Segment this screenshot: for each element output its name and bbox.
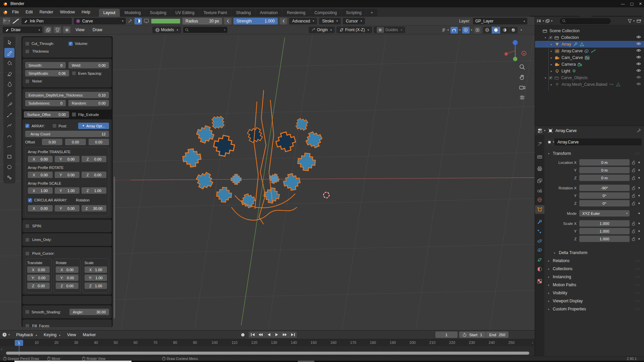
- properties-tab-render[interactable]: [535, 153, 544, 161]
- flip-extrude-checkbox[interactable]: [72, 112, 76, 117]
- cut-through-toggle[interactable]: Cut_Through:: [25, 42, 66, 46]
- menu-marker[interactable]: Marker: [80, 331, 99, 338]
- circular-array-checkbox[interactable]: ✓: [28, 198, 32, 202]
- lines-only-toggle[interactable]: Lines_Only:: [25, 237, 109, 243]
- properties-editor-type-dropdown[interactable]: ▾: [538, 128, 545, 133]
- prev-keyframe-button[interactable]: [257, 331, 265, 338]
- lock-open-icon[interactable]: [632, 186, 636, 190]
- section-instancing[interactable]: ▸Instancing::::: [544, 273, 642, 281]
- expand-icon[interactable]: ▸: [550, 63, 553, 66]
- workspace-tab-sculpting[interactable]: Sculpting: [146, 9, 171, 17]
- section-viewport-display[interactable]: ▸Viewport Display::::: [544, 297, 642, 305]
- shading-solid-icon[interactable]: [492, 27, 500, 34]
- expand-icon[interactable]: ▸: [550, 70, 553, 73]
- noise-checkbox[interactable]: [25, 79, 30, 83]
- cut-through-checkbox[interactable]: [25, 42, 30, 46]
- tool-box-icon[interactable]: [4, 152, 14, 162]
- tool-eyedropper-icon[interactable]: [4, 100, 14, 110]
- drawing-plane-dropdown[interactable]: Front (X-Z)▾: [336, 26, 372, 33]
- tool-curve-icon[interactable]: [4, 141, 14, 151]
- animate-dot[interactable]: [638, 223, 640, 224]
- spin-toggle[interactable]: SPIN:: [25, 223, 109, 229]
- value-field-z[interactable]: Z1.00: [82, 187, 106, 194]
- collapse-icon[interactable]: ▾: [544, 76, 547, 79]
- material-mode-icon[interactable]: [135, 18, 142, 24]
- active-tool-dropdown[interactable]: ▾: [3, 18, 10, 24]
- pivot-point-dropdown[interactable]: ▾: [441, 28, 449, 33]
- animate-dot[interactable]: [638, 195, 640, 196]
- value-field-x[interactable]: X0.00: [56, 266, 78, 273]
- menu-help[interactable]: Help: [78, 8, 94, 16]
- guides-dropdown[interactable]: Guides▾: [374, 26, 405, 33]
- properties-tab-world[interactable]: [535, 195, 544, 204]
- viewport-3d[interactable]: Cut_Through: ✓ Volume: Thickness Smooth:: [0, 35, 535, 330]
- new-collection-icon[interactable]: [637, 19, 642, 23]
- random-field[interactable]: Random: 0.00: [68, 100, 109, 106]
- panel-scrollbar[interactable]: [114, 177, 115, 318]
- section-relations[interactable]: ▸Relations::::: [544, 257, 642, 265]
- strength-pressure-icon[interactable]: [280, 18, 287, 24]
- timeline-track[interactable]: ›: [0, 346, 535, 356]
- shading-rendered-icon[interactable]: [509, 27, 518, 34]
- origin-dropdown[interactable]: Origin▾: [309, 26, 335, 33]
- transform-value-field[interactable]: 1.000: [579, 236, 630, 242]
- menu-keying[interactable]: Keying ▾: [41, 331, 63, 338]
- move-view-hand-icon[interactable]: [519, 74, 525, 80]
- shading-material-icon[interactable]: [500, 27, 509, 34]
- timeline-ruler[interactable]: 1 ‹ 102030405060708090100110120130140150…: [0, 339, 535, 346]
- radius-slider[interactable]: Radius 20 px: [182, 18, 222, 24]
- properties-tab-scene[interactable]: [535, 186, 544, 195]
- play-button[interactable]: [273, 331, 281, 338]
- menu-file[interactable]: File: [9, 8, 22, 16]
- transform-value-field[interactable]: -90°: [579, 185, 630, 191]
- pin-icon[interactable]: [128, 18, 132, 23]
- properties-tab-physics[interactable]: [535, 237, 544, 245]
- expand-icon[interactable]: ▸: [550, 83, 553, 86]
- outliner-filter-dropdown[interactable]: ▾: [628, 19, 635, 23]
- value-field-x[interactable]: X0.00: [27, 266, 50, 273]
- value-field-x[interactable]: X0.00: [28, 156, 53, 162]
- pin-icon[interactable]: [637, 128, 641, 133]
- next-keyframe-button[interactable]: [281, 331, 289, 338]
- menu-view-timeline[interactable]: View: [64, 331, 79, 338]
- workspace-tab-animation[interactable]: Animation: [256, 9, 282, 17]
- tool-interpolate-icon[interactable]: [4, 173, 14, 182]
- weld-field[interactable]: Weld: 0.00: [68, 62, 109, 68]
- hide-eye-icon[interactable]: [636, 76, 641, 79]
- thickness-toggle[interactable]: Thickness: [25, 48, 109, 54]
- models-dropdown[interactable]: Models ▾: [152, 26, 181, 33]
- close-button[interactable]: ✕: [639, 2, 642, 6]
- record-button[interactable]: [239, 331, 247, 338]
- snap-magnet-icon[interactable]: [450, 27, 458, 34]
- properties-tab-view-layer[interactable]: [535, 177, 544, 185]
- lock-open-icon[interactable]: [632, 194, 636, 198]
- hide-eye-icon[interactable]: [636, 82, 641, 85]
- fill-faces-toggle[interactable]: Fill_Faces:: [25, 323, 109, 327]
- surface-offset-field[interactable]: Surface_Offse 0.00: [24, 111, 69, 118]
- stroke-placement-icon[interactable]: [54, 26, 61, 33]
- outliner-row-array[interactable]: ▸Array: [535, 41, 644, 48]
- lock-open-icon[interactable]: [632, 176, 636, 180]
- tool-fill-icon[interactable]: [4, 58, 14, 68]
- outliner-row-collection[interactable]: ▾✓Collection: [535, 34, 644, 41]
- array-toggle[interactable]: ✓ ARRAY:: [25, 124, 45, 128]
- multiframe-icon[interactable]: [44, 26, 52, 33]
- outliner-row-scene-collection[interactable]: Scene Collection: [535, 27, 644, 34]
- menu-draw[interactable]: Draw: [90, 26, 105, 33]
- layer-dropdown[interactable]: GP_Layer ▾: [473, 18, 527, 24]
- fill-faces-checkbox[interactable]: [25, 324, 30, 327]
- animate-dot[interactable]: [638, 238, 640, 240]
- angle-field[interactable]: Angle: 30.00: [69, 309, 109, 315]
- hide-eye-icon[interactable]: [636, 36, 641, 39]
- outliner-row-camera[interactable]: ▸Camera: [535, 61, 644, 68]
- transform-value-field[interactable]: 0 m: [579, 175, 630, 181]
- value-field-z[interactable]: Z30.00: [82, 205, 106, 212]
- smooth-shading-checkbox[interactable]: [25, 310, 30, 314]
- workspace-tab-modeling[interactable]: Modeling: [120, 9, 145, 17]
- lock-open-icon[interactable]: [632, 237, 636, 241]
- properties-tab-output[interactable]: [535, 165, 544, 173]
- expand-icon[interactable]: ▸: [550, 43, 553, 46]
- gear-array-object[interactable]: [182, 90, 324, 224]
- value-field-y[interactable]: Y0.00: [55, 172, 79, 178]
- extrusion-depth-field[interactable]: Extrusion_Depth/Line_Thickness: 0.10: [25, 92, 109, 98]
